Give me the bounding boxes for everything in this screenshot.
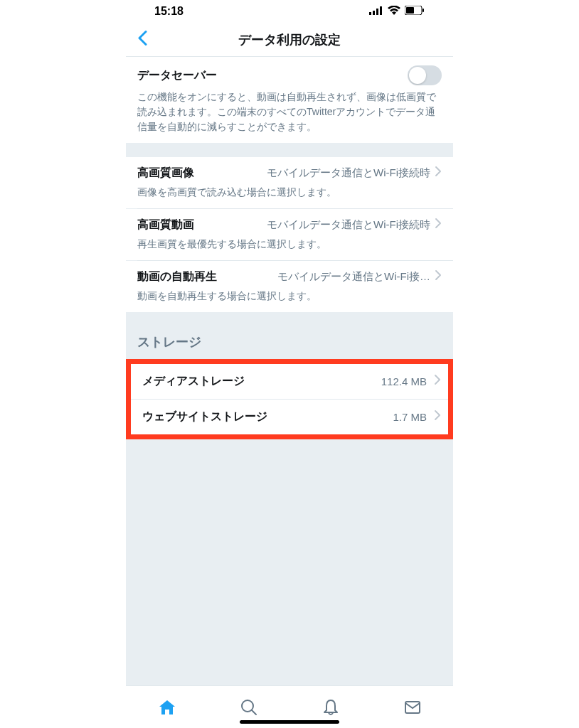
hq-image-value: モバイルデータ通信とWi-Fi接続時 xyxy=(194,166,430,180)
chevron-right-icon xyxy=(435,166,442,181)
media-storage-title: メディアストレージ xyxy=(142,374,245,389)
settings-body: データセーバー この機能をオンにすると、動画は自動再生されず、画像は低画質で読み… xyxy=(126,57,453,685)
hq-video-value: モバイルデータ通信とWi-Fi接続時 xyxy=(194,218,430,232)
data-saver-title: データセーバー xyxy=(137,68,217,83)
phone-screen: 15:18 データ利用の設定 データセーバー xyxy=(126,0,453,728)
autoplay-desc: 動画を自動再生する場合に選択します。 xyxy=(137,289,442,304)
storage-section-header: ストレージ xyxy=(126,312,453,359)
wifi-icon xyxy=(388,5,400,18)
bell-icon xyxy=(322,698,340,717)
page-title: データ利用の設定 xyxy=(238,31,341,48)
tab-home[interactable] xyxy=(149,690,185,725)
hq-image-desc: 画像を高画質で読み込む場合に選択します。 xyxy=(137,185,442,200)
svg-rect-1 xyxy=(373,11,375,15)
nav-header: データ利用の設定 xyxy=(126,23,453,57)
media-storage-row[interactable]: メディアストレージ 112.4 MB xyxy=(131,364,448,399)
chevron-right-icon xyxy=(434,374,441,389)
back-button[interactable] xyxy=(133,28,152,50)
svg-line-8 xyxy=(252,710,256,714)
website-storage-row[interactable]: ウェブサイトストレージ 1.7 MB xyxy=(131,400,448,434)
high-quality-image-row[interactable]: 高画質画像 モバイルデータ通信とWi-Fi接続時 画像を高画質で読み込む場合に選… xyxy=(126,157,453,208)
tab-messages[interactable] xyxy=(395,690,430,725)
high-quality-video-row[interactable]: 高画質動画 モバイルデータ通信とWi-Fi接続時 再生画質を最優先する場合に選択… xyxy=(126,209,453,260)
cellular-icon xyxy=(369,5,383,18)
autoplay-title: 動画の自動再生 xyxy=(137,269,217,284)
envelope-icon xyxy=(403,698,422,717)
hq-image-title: 高画質画像 xyxy=(137,166,194,181)
svg-rect-0 xyxy=(369,12,371,15)
video-autoplay-row[interactable]: 動画の自動再生 モバイルデータ通信とWi-Fi接… 動画を自動再生する場合に選択… xyxy=(126,261,453,312)
home-icon xyxy=(158,698,176,717)
chevron-right-icon xyxy=(434,410,441,424)
search-icon xyxy=(240,698,258,717)
tab-notifications[interactable] xyxy=(313,690,349,725)
toggle-knob xyxy=(409,67,426,84)
svg-rect-3 xyxy=(380,6,382,15)
section-gap xyxy=(126,143,453,157)
home-indicator[interactable] xyxy=(240,720,339,724)
media-storage-value: 112.4 MB xyxy=(381,375,427,387)
autoplay-value: モバイルデータ通信とWi-Fi接… xyxy=(217,270,430,284)
storage-highlight-box: メディアストレージ 112.4 MB ウェブサイトストレージ 1.7 MB xyxy=(126,359,453,439)
website-storage-value: 1.7 MB xyxy=(393,411,427,423)
hq-video-desc: 再生画質を最優先する場合に選択します。 xyxy=(137,237,442,252)
chevron-right-icon xyxy=(435,218,442,232)
data-saver-row: データセーバー この機能をオンにすると、動画は自動再生されず、画像は低画質で読み… xyxy=(126,57,453,143)
svg-rect-6 xyxy=(423,9,424,12)
status-time: 15:18 xyxy=(154,5,184,18)
battery-icon xyxy=(405,5,425,18)
status-icons xyxy=(369,5,425,18)
data-saver-description: この機能をオンにすると、動画は自動再生されず、画像は低画質で読み込まれます。この… xyxy=(137,90,442,134)
chevron-left-icon xyxy=(137,30,147,46)
svg-rect-2 xyxy=(376,9,378,15)
website-storage-title: ウェブサイトストレージ xyxy=(142,410,267,424)
svg-rect-5 xyxy=(406,7,414,14)
hq-video-title: 高画質動画 xyxy=(137,218,194,232)
tab-search[interactable] xyxy=(231,690,267,725)
status-bar: 15:18 xyxy=(126,0,453,23)
data-saver-toggle[interactable] xyxy=(408,65,442,85)
chevron-right-icon xyxy=(435,269,442,284)
